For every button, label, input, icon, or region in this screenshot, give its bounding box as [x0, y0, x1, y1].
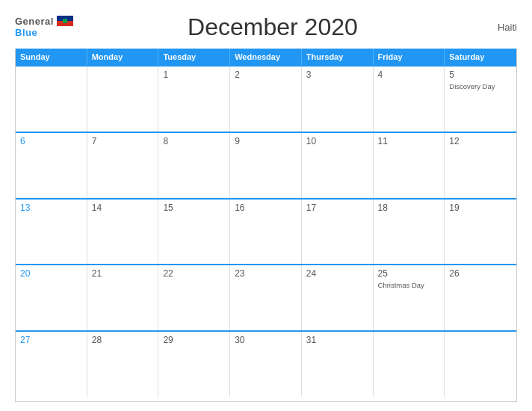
- week-3: 13 14 15 16 17 18 19: [16, 198, 516, 265]
- cell-w1-thu: 3: [302, 67, 374, 132]
- event-christmas-day: Christmas Day: [378, 281, 424, 289]
- cell-w1-sun: [16, 67, 87, 132]
- cell-w3-wed: 16: [230, 200, 302, 265]
- cell-w2-fri: 11: [374, 133, 445, 198]
- cell-w5-tue: 29: [158, 332, 230, 397]
- cell-w3-thu: 17: [302, 200, 374, 265]
- country-label: Haiti: [472, 22, 517, 33]
- header-monday: Monday: [87, 49, 159, 65]
- header-tuesday: Tuesday: [158, 49, 230, 65]
- cell-w5-mon: 28: [87, 332, 159, 397]
- cell-w2-sun: 6: [16, 133, 87, 198]
- svg-rect-2: [63, 19, 67, 23]
- cell-w1-tue: 1: [158, 67, 230, 132]
- calendar-header-row: Sunday Monday Tuesday Wednesday Thursday…: [16, 49, 516, 65]
- logo: General Blue: [15, 16, 73, 38]
- cell-w4-fri: 25 Christmas Day: [374, 265, 445, 330]
- cell-w1-fri: 4: [374, 67, 445, 132]
- event-discovery-day: Discovery Day: [449, 82, 495, 90]
- cell-w2-mon: 7: [87, 133, 159, 198]
- cell-w3-fri: 18: [374, 200, 445, 265]
- cell-w2-tue: 8: [158, 133, 230, 198]
- cell-w4-thu: 24: [302, 265, 374, 330]
- week-4: 20 21 22 23 24 25 Christmas Day 26: [16, 264, 516, 330]
- cell-w5-sat: [445, 332, 516, 397]
- cell-w5-thu: 31: [302, 332, 374, 397]
- cell-w3-sat: 19: [445, 200, 516, 265]
- week-2: 6 7 8 9 10 11 12: [16, 132, 516, 198]
- cell-w2-thu: 10: [302, 133, 374, 198]
- calendar-body: 1 2 3 4 5 Discovery Day 6 7 8 9 10 11 12: [16, 65, 516, 397]
- logo-blue-text: Blue: [15, 28, 73, 38]
- calendar-page: General Blue December 2020 Haiti Sunday …: [0, 0, 532, 411]
- flag-icon: [57, 16, 73, 26]
- cell-w1-wed: 2: [230, 67, 302, 132]
- cell-w2-sat: 12: [445, 133, 516, 198]
- header-sunday: Sunday: [16, 49, 87, 65]
- cell-w5-wed: 30: [230, 332, 302, 397]
- header-thursday: Thursday: [302, 49, 374, 65]
- cell-w3-sun: 13: [16, 200, 87, 265]
- logo-general-text: General: [15, 16, 54, 27]
- cell-w5-sun: 27: [16, 332, 87, 397]
- week-1: 1 2 3 4 5 Discovery Day: [16, 65, 516, 132]
- calendar-grid: Sunday Monday Tuesday Wednesday Thursday…: [15, 49, 517, 402]
- cell-w2-wed: 9: [230, 133, 302, 198]
- header-wednesday: Wednesday: [230, 49, 302, 65]
- cell-w3-mon: 14: [87, 200, 159, 265]
- week-5: 27 28 29 30 31: [16, 330, 516, 397]
- cell-w4-tue: 22: [158, 265, 230, 330]
- cell-w4-wed: 23: [230, 265, 302, 330]
- cell-w4-sat: 26: [445, 265, 516, 330]
- cell-w3-tue: 15: [158, 200, 230, 265]
- cell-w4-mon: 21: [87, 265, 159, 330]
- cell-w4-sun: 20: [16, 265, 87, 330]
- header-saturday: Saturday: [445, 49, 516, 65]
- cell-w1-sat: 5 Discovery Day: [445, 67, 516, 132]
- cell-w1-mon: [87, 67, 159, 132]
- header: General Blue December 2020 Haiti: [15, 13, 517, 41]
- cell-w5-fri: [374, 332, 445, 397]
- header-friday: Friday: [374, 49, 445, 65]
- month-title: December 2020: [73, 13, 472, 41]
